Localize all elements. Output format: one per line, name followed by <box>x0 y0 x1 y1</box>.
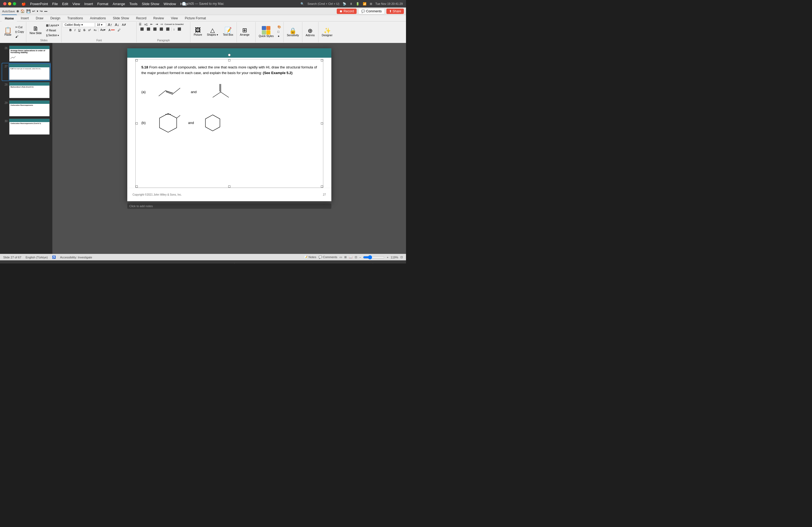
bullets-button[interactable]: ☰ <box>138 22 143 27</box>
dock-notes[interactable]: 🗒 <box>99 263 111 264</box>
slide-image-30[interactable]: Carbocation Rearrangements (Cont'd 1) <box>9 119 50 135</box>
dock-ai[interactable]: 🤖 <box>206 263 218 264</box>
textcase-button[interactable]: Aa▾ <box>99 28 106 32</box>
paste-button[interactable]: 📋 Paste <box>2 26 14 37</box>
new-slide-button[interactable]: 🗎 New Slide <box>27 25 44 36</box>
handle-bottom-left[interactable] <box>135 185 138 187</box>
slide-thumbnail-29[interactable]: 29 Carbocation Rearrangements <box>2 100 50 117</box>
comments-status-button[interactable]: 💬 Comments <box>318 255 337 259</box>
dock-facetime[interactable]: 📷 <box>153 263 164 264</box>
textbox-button[interactable]: 📝 Text Box <box>221 26 235 37</box>
picture-button[interactable]: 🖼 Picture <box>191 26 204 37</box>
clear-format-button[interactable]: A✗ <box>121 22 127 27</box>
dock-launchpad[interactable]: 🗂 <box>32 263 44 264</box>
menu-arrange[interactable]: Arrange <box>113 2 125 6</box>
linespacing-button[interactable]: ↕ <box>172 27 176 31</box>
dock-photos[interactable]: 🌸 <box>139 263 151 264</box>
menu-apple[interactable]: 🍎 <box>21 2 26 6</box>
handle-middle-right[interactable] <box>321 122 323 124</box>
dock-safari[interactable]: 🌐 <box>45 263 57 264</box>
dock-powerpoint[interactable]: P <box>358 263 370 264</box>
font-family-selector[interactable]: Calibri Body ▾ <box>62 22 95 27</box>
slide-image-26[interactable]: Arrange these carbocations in order of i… <box>9 46 50 62</box>
align-left-button[interactable]: ⬛ <box>139 27 145 31</box>
zoom-out-button[interactable]: − <box>359 256 361 259</box>
format-painter-button[interactable]: 🖌 <box>14 34 25 39</box>
tab-record[interactable]: Record <box>133 15 149 22</box>
tab-animations[interactable]: Animations <box>87 15 109 22</box>
menu-tools[interactable]: Tools <box>129 2 137 6</box>
dock-systemprefs[interactable]: ⚙ <box>331 263 343 264</box>
columns-button[interactable]: ⬛ <box>165 27 171 31</box>
numbering-button[interactable]: ≡1 <box>143 22 149 27</box>
view-normal-icon[interactable]: ▭ <box>339 255 342 259</box>
home-icon[interactable]: 🏠 <box>20 9 25 13</box>
dock-chatgpt[interactable]: AI <box>345 263 357 264</box>
language-indicator[interactable]: English (Türkiye) <box>26 256 48 259</box>
designer-button[interactable]: ✨ Designer <box>320 27 335 38</box>
slide-thumbnail-26[interactable]: 26 Arrange these carbocations in order o… <box>2 45 50 62</box>
handle-top-left[interactable] <box>135 59 138 61</box>
handle-bottom-middle[interactable] <box>228 185 230 187</box>
bold-button[interactable]: B <box>69 28 73 32</box>
canvas-area[interactable]: 5.18 From each pair of compounds, select… <box>52 43 406 254</box>
undo-icon[interactable]: ↩ <box>32 9 35 13</box>
addins-button[interactable]: ⊕ Add-ins <box>303 27 317 38</box>
menu-powerpoint[interactable]: PowerPoint <box>30 2 48 6</box>
tab-pictureformat[interactable]: Picture Format <box>182 15 209 22</box>
dock-pages[interactable]: 📋 <box>291 263 303 264</box>
handle-top-right[interactable] <box>321 59 323 61</box>
handle-middle-left[interactable] <box>135 122 138 124</box>
redo-icon[interactable]: ↪ <box>40 9 43 13</box>
menu-window[interactable]: Window <box>163 2 176 6</box>
align-center-button[interactable]: ⬛ <box>146 27 151 31</box>
close-button[interactable] <box>3 2 6 5</box>
tab-design[interactable]: Design <box>47 15 63 22</box>
slide-thumbnail-30[interactable]: 30 Carbocation Rearrangements (Cont'd 1) <box>2 118 50 135</box>
underline-button[interactable]: U <box>77 28 82 32</box>
dock-settings[interactable]: ⚙ <box>193 263 205 264</box>
dock-chrome[interactable]: 🌐 <box>220 263 232 264</box>
menu-insert[interactable]: Insert <box>84 2 93 6</box>
quickstyles-button[interactable]: Quick Styles <box>257 25 276 39</box>
tab-slideshow[interactable]: Slide Show <box>110 15 132 22</box>
slide-thumbnail-27[interactable]: 27 5.18 From each pair of compounds, sel… <box>2 63 50 80</box>
dock-mail[interactable]: ✉ <box>86 263 98 264</box>
copy-button[interactable]: ⎘ Copy <box>14 30 25 34</box>
slide-image-27[interactable]: 5.18 From each pair of compounds, select… <box>9 64 50 80</box>
menu-edit[interactable]: Edit <box>62 2 68 6</box>
notes-area[interactable]: Click to add notes <box>127 204 331 209</box>
align-right-button[interactable]: ⬛ <box>152 27 158 31</box>
view-reading-icon[interactable]: 📖 <box>349 255 352 259</box>
convert-smartart-label[interactable]: Convert to SmartArt <box>164 23 184 26</box>
slide-thumbnail-28[interactable]: 28 Markovnikov's Rule (Cont'd 1) <box>2 81 50 99</box>
font-size-selector[interactable]: 18 ▾ <box>95 22 106 27</box>
section-button[interactable]: § Section ▾ <box>45 33 60 37</box>
zoom-slider[interactable] <box>363 255 385 259</box>
convert-smartart-button[interactable]: ⇨ <box>160 22 164 27</box>
slide-panel[interactable]: 26 Arrange these carbocations in order o… <box>0 43 52 254</box>
dock-trash[interactable]: 🗑 <box>376 263 388 264</box>
outline-button[interactable]: □ <box>276 30 282 34</box>
effects-button[interactable]: ✦ <box>276 34 282 39</box>
minimize-button[interactable] <box>8 2 11 5</box>
slide-image-29[interactable]: Carbocation Rearrangements <box>9 100 50 117</box>
decrease-indent-button[interactable]: ⇤ <box>149 22 154 27</box>
layout-button[interactable]: ▦ Layout ▾ <box>45 23 60 28</box>
tab-transitions[interactable]: Transitions <box>64 15 86 22</box>
menu-format[interactable]: Format <box>97 2 108 6</box>
decrease-font-button[interactable]: A↓ <box>114 22 120 27</box>
dock-music[interactable]: 🎵 <box>264 263 276 264</box>
dock-keynote[interactable]: 📈 <box>305 263 316 264</box>
shapes-button[interactable]: △ Shapes ▾ <box>205 26 220 37</box>
handle-bottom-right[interactable] <box>321 185 323 187</box>
handle-top-middle[interactable] <box>228 59 230 61</box>
search-icon[interactable]: 🔍 <box>301 2 304 6</box>
dock-apple-tv[interactable]: 📺 <box>251 263 263 264</box>
italic-button[interactable]: I <box>73 28 76 32</box>
highlight-button[interactable]: 🖊 <box>117 28 122 32</box>
increase-indent-button[interactable]: ⇥ <box>155 22 159 27</box>
tab-review[interactable]: Review <box>150 15 167 22</box>
share-button[interactable]: ⬆ Share <box>387 9 404 14</box>
subscript-button[interactable]: x₂ <box>93 28 98 32</box>
